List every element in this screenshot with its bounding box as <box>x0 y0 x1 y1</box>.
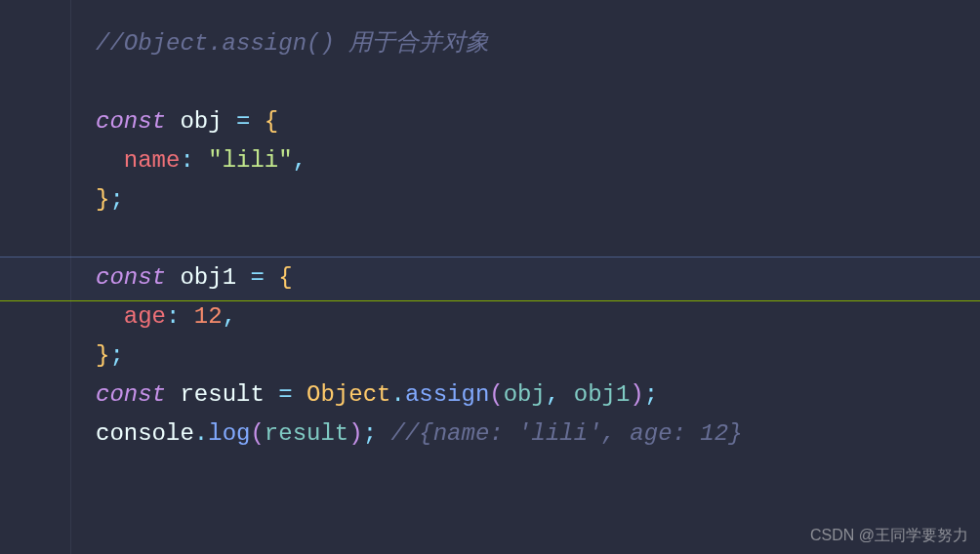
comma: , <box>223 303 236 330</box>
brace-open: { <box>265 108 278 135</box>
code-line-10: const result = Object.assign(obj, obj1); <box>96 376 980 415</box>
paren-close: ) <box>630 381 643 408</box>
identifier: obj <box>180 108 222 135</box>
semi: ; <box>109 342 123 369</box>
semi: ; <box>363 420 377 447</box>
brace-close: } <box>96 186 109 213</box>
code-line-4: name: "lili", <box>96 141 980 180</box>
identifier: result <box>180 381 264 408</box>
identifier: obj1 <box>180 264 236 291</box>
colon: : <box>166 303 180 330</box>
code-line-6 <box>96 219 980 258</box>
code-line-9: }; <box>96 336 980 376</box>
code-line-3: const obj = { <box>96 102 980 141</box>
operator-eq: = <box>236 108 250 135</box>
keyword-const: const <box>96 381 166 408</box>
code-line-1: //Object.assign() 用于合并对象 <box>96 24 980 63</box>
operator-eq: = <box>250 264 264 291</box>
arg: obj <box>504 381 546 408</box>
dot: . <box>194 420 208 447</box>
code-line-5: }; <box>96 180 980 219</box>
arg: obj1 <box>574 381 631 408</box>
identifier: console <box>96 420 194 447</box>
paren-open: ( <box>250 420 264 447</box>
method: assign <box>405 381 489 408</box>
comment: //Object.assign() 用于合并对象 <box>96 30 489 57</box>
keyword-const: const <box>96 264 166 291</box>
comma: , <box>293 147 306 174</box>
property: name <box>124 147 181 174</box>
code-line-8: age: 12, <box>96 297 980 336</box>
brace-close: } <box>96 342 109 369</box>
paren-open: ( <box>489 381 503 408</box>
comma: , <box>546 381 559 408</box>
comment: //{name: 'lili', age: 12} <box>391 420 743 447</box>
code-line-11: console.log(result); //{name: 'lili', ag… <box>96 415 980 454</box>
brace-open: { <box>278 264 292 291</box>
watermark: CSDN @王同学要努力 <box>810 526 968 546</box>
code-line-7: const obj1 = { <box>96 258 980 297</box>
string: "lili" <box>208 147 292 174</box>
method: log <box>208 420 250 447</box>
class-name: Object <box>306 381 390 408</box>
operator-eq: = <box>278 381 292 408</box>
number: 12 <box>194 303 223 330</box>
dot: . <box>390 381 404 408</box>
code-block: //Object.assign() 用于合并对象 const obj = { n… <box>0 0 980 454</box>
property: age <box>124 303 166 330</box>
colon: : <box>180 147 193 174</box>
semi: ; <box>644 381 658 408</box>
semi: ; <box>109 186 123 213</box>
paren-close: ) <box>348 420 362 447</box>
code-line-2 <box>96 63 980 102</box>
arg: result <box>265 420 348 447</box>
keyword-const: const <box>96 108 166 135</box>
